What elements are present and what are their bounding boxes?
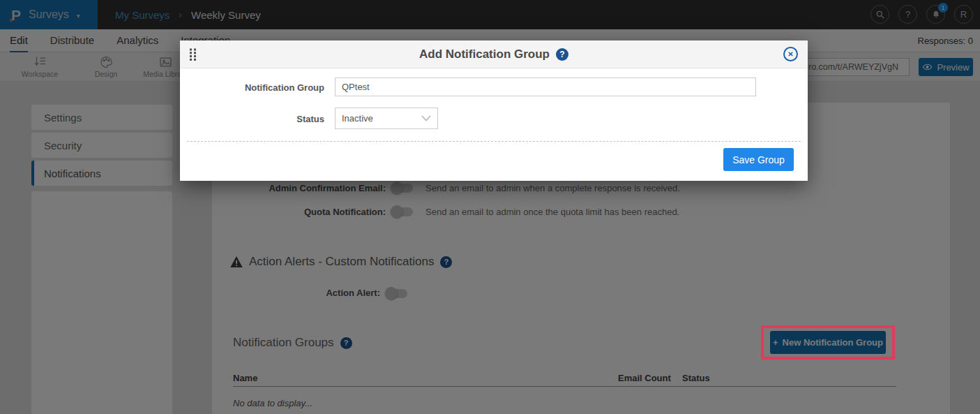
notification-group-input[interactable] (335, 77, 756, 96)
highlight-annotation-box (761, 325, 895, 360)
status-select[interactable]: Inactive (335, 108, 438, 129)
modal-title: Add Notification Group (419, 47, 550, 61)
app-window: P Surveys ▾ My Surveys › Weekly Survey ?… (0, 0, 980, 414)
status-field-label: Status (180, 114, 324, 124)
modal-help-icon[interactable]: ? (556, 48, 568, 61)
status-selected-value: Inactive (342, 113, 373, 124)
modal-divider (187, 141, 801, 142)
add-notification-group-modal: Add Notification Group ? ✕ Notification … (180, 40, 808, 181)
drag-handle-icon[interactable] (189, 48, 197, 61)
modal-header: Add Notification Group ? ✕ (180, 40, 808, 68)
chevron-down-icon (421, 115, 431, 121)
save-group-button[interactable]: Save Group (723, 148, 794, 171)
modal-close-button[interactable]: ✕ (783, 47, 798, 61)
notification-group-field-label: Notification Group (180, 82, 324, 93)
